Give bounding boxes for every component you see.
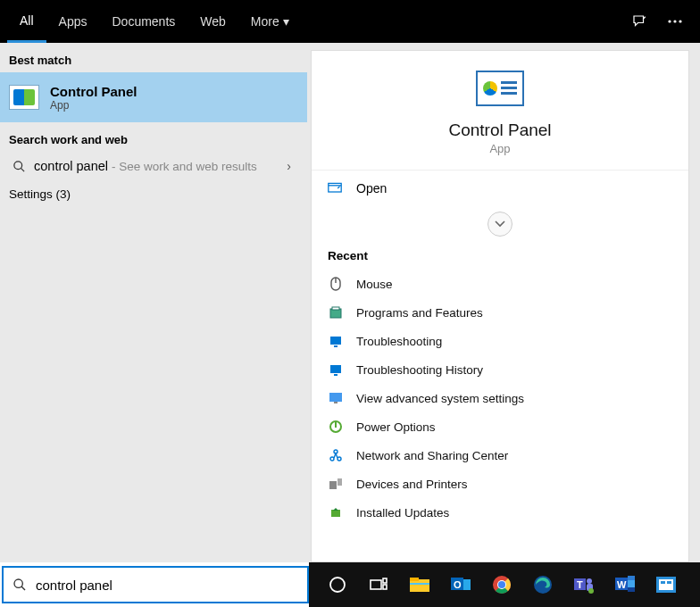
recent-label-text: Programs and Features <box>356 306 483 320</box>
outlook-icon[interactable]: O <box>441 567 480 603</box>
svg-rect-23 <box>371 580 381 589</box>
search-box[interactable] <box>2 566 309 603</box>
search-web-heading: Search work and web <box>0 122 307 152</box>
feedback-icon[interactable] <box>621 0 657 43</box>
recent-item[interactable]: Troubleshooting History <box>312 355 688 384</box>
power-icon <box>328 419 344 435</box>
result-subtitle: App <box>50 99 138 112</box>
svg-rect-4 <box>329 183 341 192</box>
recent-item[interactable]: Devices and Printers <box>312 470 688 498</box>
svg-rect-19 <box>338 478 342 486</box>
svg-rect-18 <box>329 481 337 489</box>
control-panel-icon <box>9 85 39 110</box>
recent-item[interactable]: Mouse <box>312 270 688 298</box>
open-icon <box>328 182 346 195</box>
search-icon <box>12 578 27 592</box>
mouse-icon <box>328 276 344 292</box>
cortana-icon[interactable] <box>318 567 357 603</box>
search-scope-tabs: All Apps Documents Web More ▾ <box>0 0 700 43</box>
recent-heading: Recent <box>312 245 688 270</box>
teams-icon[interactable]: T <box>564 567 604 603</box>
tab-documents[interactable]: Documents <box>99 0 188 43</box>
open-action[interactable]: Open <box>312 170 688 206</box>
recent-item[interactable]: Programs and Features <box>312 298 688 327</box>
recent-label-text: Network and Sharing Center <box>356 449 508 462</box>
web-search-result[interactable]: control panel - See work and web results… <box>0 152 307 180</box>
svg-point-0 <box>668 20 671 22</box>
svg-rect-25 <box>383 585 387 589</box>
svg-rect-26 <box>410 579 429 592</box>
recent-item[interactable]: View advanced system settings <box>312 384 688 412</box>
troubleshoot-icon <box>328 333 344 349</box>
recent-label-text: Installed Updates <box>356 506 449 520</box>
app-icon[interactable] <box>646 567 686 603</box>
edge-icon[interactable] <box>523 567 562 603</box>
svg-rect-13 <box>334 402 338 403</box>
recent-item[interactable]: Installed Updates <box>312 498 688 527</box>
task-view-icon[interactable] <box>359 567 398 603</box>
svg-rect-20 <box>331 510 340 517</box>
best-match-heading: Best match <box>0 43 307 72</box>
tab-web[interactable]: Web <box>188 0 238 43</box>
settings-heading[interactable]: Settings (3) <box>0 180 307 208</box>
open-label: Open <box>356 181 387 195</box>
svg-rect-11 <box>334 374 338 376</box>
svg-point-22 <box>330 578 345 592</box>
svg-rect-51 <box>667 581 671 584</box>
recent-label-text: Devices and Printers <box>356 478 468 491</box>
svg-point-15 <box>330 457 334 461</box>
svg-rect-46 <box>628 576 635 580</box>
recent-item[interactable]: Network and Sharing Center <box>312 441 688 470</box>
svg-rect-24 <box>383 578 387 583</box>
control-panel-large-icon <box>476 71 524 106</box>
file-explorer-icon[interactable] <box>400 567 439 603</box>
svg-point-16 <box>338 457 341 461</box>
tab-more[interactable]: More ▾ <box>238 0 302 43</box>
chevron-down-icon: ▾ <box>283 14 289 29</box>
svg-rect-50 <box>661 581 665 584</box>
programs-icon <box>328 304 344 320</box>
svg-text:T: T <box>577 579 583 590</box>
svg-rect-10 <box>330 365 341 373</box>
recent-label-text: Troubleshooting <box>356 335 442 348</box>
chevron-right-icon: › <box>287 159 298 173</box>
recent-label-text: Power Options <box>356 420 436 434</box>
recent-label-text: Troubleshooting History <box>356 363 483 377</box>
best-match-result[interactable]: Control Panel App <box>0 72 307 122</box>
svg-point-21 <box>14 579 22 587</box>
chrome-icon[interactable] <box>482 567 521 603</box>
tab-more-label: More <box>251 14 279 29</box>
svg-rect-28 <box>410 583 429 585</box>
monitor-icon <box>328 390 344 406</box>
results-panel: Best match Control Panel App Search work… <box>0 43 307 562</box>
preview-title: Control Panel <box>448 121 551 140</box>
recent-label-text: Mouse <box>356 278 393 291</box>
search-input[interactable] <box>36 578 298 593</box>
recent-item[interactable]: Power Options <box>312 412 688 441</box>
expand-button[interactable] <box>488 212 512 237</box>
svg-point-40 <box>587 578 592 584</box>
recent-label-text: View advanced system settings <box>356 392 524 405</box>
tab-apps[interactable]: Apps <box>46 0 100 43</box>
search-icon <box>9 160 29 173</box>
word-icon[interactable]: W <box>605 567 645 603</box>
svg-rect-27 <box>410 578 419 581</box>
svg-rect-12 <box>329 393 342 402</box>
svg-point-3 <box>13 161 21 169</box>
svg-point-42 <box>588 588 594 594</box>
troubleshoot-history-icon <box>328 362 344 378</box>
svg-point-2 <box>679 20 681 22</box>
svg-point-36 <box>498 581 505 588</box>
devices-icon <box>328 476 344 492</box>
preview-panel: Control Panel App Open Recent Mouse Prog… <box>311 50 689 562</box>
taskbar: O T W <box>309 562 700 607</box>
more-options-icon[interactable] <box>657 0 693 43</box>
recent-item[interactable]: Troubleshooting <box>312 327 688 355</box>
svg-rect-7 <box>332 307 339 310</box>
updates-icon <box>328 504 344 520</box>
svg-rect-9 <box>334 345 338 347</box>
tab-all[interactable]: All <box>7 0 46 43</box>
svg-rect-47 <box>628 587 635 592</box>
preview-subtitle: App <box>489 142 510 155</box>
svg-text:O: O <box>454 579 462 590</box>
